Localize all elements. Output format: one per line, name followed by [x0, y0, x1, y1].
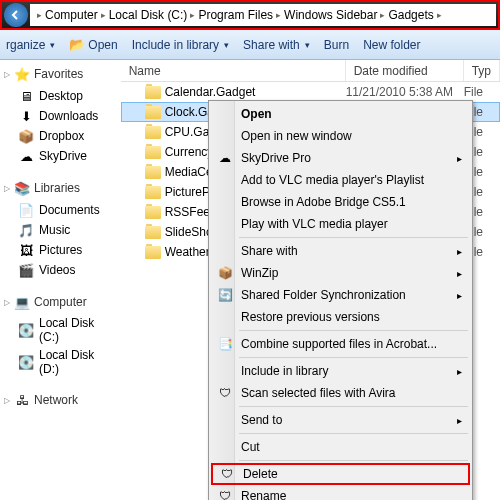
- breadcrumb-segment[interactable]: Program Files: [198, 8, 273, 22]
- context-item-delete[interactable]: 🛡Delete: [211, 463, 470, 485]
- folder-icon: [145, 86, 161, 99]
- avira-icon: 🛡: [217, 385, 233, 401]
- file-date: 11/21/2010 5:38 AM: [346, 85, 464, 99]
- chevron-right-icon: ▸: [101, 10, 106, 20]
- sidebar-section-header[interactable]: 📚Libraries: [4, 180, 117, 196]
- breadcrumb-segment[interactable]: Gadgets: [388, 8, 433, 22]
- context-item-label: WinZip: [241, 266, 278, 280]
- context-item-add-to-vlc-media-player-s-playlist[interactable]: Add to VLC media player's Playlist: [211, 169, 470, 191]
- context-item-open[interactable]: Open: [211, 103, 470, 125]
- include-library-button[interactable]: Include in library: [132, 38, 229, 52]
- context-item-combine-supported-files-in-acrobat[interactable]: 📑Combine supported files in Acrobat...: [211, 333, 470, 355]
- sidebar-section-header[interactable]: ⭐Favorites: [4, 66, 117, 82]
- sidebar-item[interactable]: 🖼Pictures: [4, 240, 117, 260]
- sidebar-item-label: SkyDrive: [39, 149, 87, 163]
- back-button[interactable]: [4, 3, 28, 27]
- sidebar-item[interactable]: ⬇Downloads: [4, 106, 117, 126]
- breadcrumb-segment[interactable]: Local Disk (C:): [109, 8, 188, 22]
- file-type: File: [464, 85, 483, 99]
- context-item-send-to[interactable]: Send to: [211, 409, 470, 431]
- sidebar-section-header[interactable]: 🖧Network: [4, 392, 117, 408]
- breadcrumb-bar[interactable]: ▸Computer▸Local Disk (C:)▸Program Files▸…: [30, 4, 496, 26]
- context-item-label: Cut: [241, 440, 260, 454]
- breadcrumb-segment[interactable]: Windows Sidebar: [284, 8, 377, 22]
- zip-icon: 📦: [217, 265, 233, 281]
- context-item-winzip[interactable]: 📦WinZip: [211, 262, 470, 284]
- sidebar-item[interactable]: 💽Local Disk (C:): [4, 314, 117, 346]
- open-button[interactable]: 📂Open: [69, 37, 117, 53]
- breadcrumb-segment[interactable]: Computer: [45, 8, 98, 22]
- organize-button[interactable]: rganize: [6, 38, 55, 52]
- context-item-cut[interactable]: Cut: [211, 436, 470, 458]
- column-name[interactable]: Name: [121, 60, 346, 81]
- sidebar-item[interactable]: 📦Dropbox: [4, 126, 117, 146]
- burn-button[interactable]: Burn: [324, 38, 349, 52]
- chevron-right-icon: ▸: [190, 10, 195, 20]
- folder-icon: [145, 246, 161, 259]
- sidebar-item[interactable]: 📄Documents: [4, 200, 117, 220]
- open-label: Open: [88, 38, 117, 52]
- context-item-label: Open in new window: [241, 129, 352, 143]
- sidebar-item[interactable]: ☁SkyDrive: [4, 146, 117, 166]
- sidebar-item-label: Dropbox: [39, 129, 84, 143]
- context-item-shared-folder-synchronization[interactable]: 🔄Shared Folder Synchronization: [211, 284, 470, 306]
- navigation-pane: ⭐Favorites🖥Desktop⬇Downloads📦Dropbox☁Sky…: [0, 60, 121, 500]
- star-icon: ⭐: [14, 66, 30, 82]
- context-item-restore-previous-versions[interactable]: Restore previous versions: [211, 306, 470, 328]
- context-item-open-in-new-window[interactable]: Open in new window: [211, 125, 470, 147]
- context-item-label: Send to: [241, 413, 282, 427]
- context-item-label: Restore previous versions: [241, 310, 380, 324]
- lib-icon: 📚: [14, 180, 30, 196]
- context-item-label: Add to VLC media player's Playlist: [241, 173, 424, 187]
- sidebar-item[interactable]: 🎵Music: [4, 220, 117, 240]
- context-item-browse-in-adobe-bridge-cs[interactable]: Browse in Adobe Bridge CS5.1: [211, 191, 470, 213]
- context-item-play-with-vlc-media-player[interactable]: Play with VLC media player: [211, 213, 470, 235]
- context-separator: [239, 460, 468, 461]
- context-separator: [239, 237, 468, 238]
- sidebar-item-label: Local Disk (C:): [39, 316, 117, 344]
- sidebar-item[interactable]: 🖥Desktop: [4, 86, 117, 106]
- pic-icon: 🖼: [18, 242, 34, 258]
- context-item-label: Browse in Adobe Bridge CS5.1: [241, 195, 406, 209]
- file-row[interactable]: Calendar.Gadget11/21/2010 5:38 AMFile: [121, 82, 500, 102]
- context-separator: [239, 330, 468, 331]
- share-with-button[interactable]: Share with: [243, 38, 310, 52]
- context-item-share-with[interactable]: Share with: [211, 240, 470, 262]
- desktop-icon: 🖥: [18, 88, 34, 104]
- comp-icon: 💻: [14, 294, 30, 310]
- folder-icon: [145, 106, 161, 119]
- context-item-label: Rename: [241, 489, 286, 500]
- column-type[interactable]: Typ: [464, 60, 500, 81]
- folder-icon: [145, 126, 161, 139]
- sidebar-section-label: Favorites: [34, 67, 83, 81]
- sidebar-section-label: Network: [34, 393, 78, 407]
- sidebar-section-header[interactable]: 💻Computer: [4, 294, 117, 310]
- context-menu: OpenOpen in new window☁SkyDrive ProAdd t…: [208, 100, 473, 500]
- sidebar-section-label: Computer: [34, 295, 87, 309]
- sidebar-item-label: Downloads: [39, 109, 98, 123]
- chevron-right-icon: ▸: [37, 10, 42, 20]
- context-item-include-in-library[interactable]: Include in library: [211, 360, 470, 382]
- sidebar-item-label: Desktop: [39, 89, 83, 103]
- context-item-scan-selected-files-with-avira[interactable]: 🛡Scan selected files with Avira: [211, 382, 470, 404]
- sidebar-item[interactable]: 🎬Videos: [4, 260, 117, 280]
- context-separator: [239, 357, 468, 358]
- video-icon: 🎬: [18, 262, 34, 278]
- sidebar-item[interactable]: 💽Local Disk (D:): [4, 346, 117, 378]
- context-item-rename[interactable]: 🛡Rename: [211, 485, 470, 500]
- sidebar-item-label: Local Disk (D:): [39, 348, 117, 376]
- net-icon: 🖧: [14, 392, 30, 408]
- new-folder-button[interactable]: New folder: [363, 38, 420, 52]
- context-item-label: SkyDrive Pro: [241, 151, 311, 165]
- shield-icon: 🛡: [219, 466, 235, 482]
- column-date[interactable]: Date modified: [346, 60, 464, 81]
- music-icon: 🎵: [18, 222, 34, 238]
- sidebar-item-label: Music: [39, 223, 70, 237]
- pdf-icon: 📑: [217, 336, 233, 352]
- folder-icon: [145, 166, 161, 179]
- sidebar-section-label: Libraries: [34, 181, 80, 195]
- context-item-label: Include in library: [241, 364, 328, 378]
- context-item-skydrive-pro[interactable]: ☁SkyDrive Pro: [211, 147, 470, 169]
- sync-icon: 🔄: [217, 287, 233, 303]
- sidebar-item-label: Pictures: [39, 243, 82, 257]
